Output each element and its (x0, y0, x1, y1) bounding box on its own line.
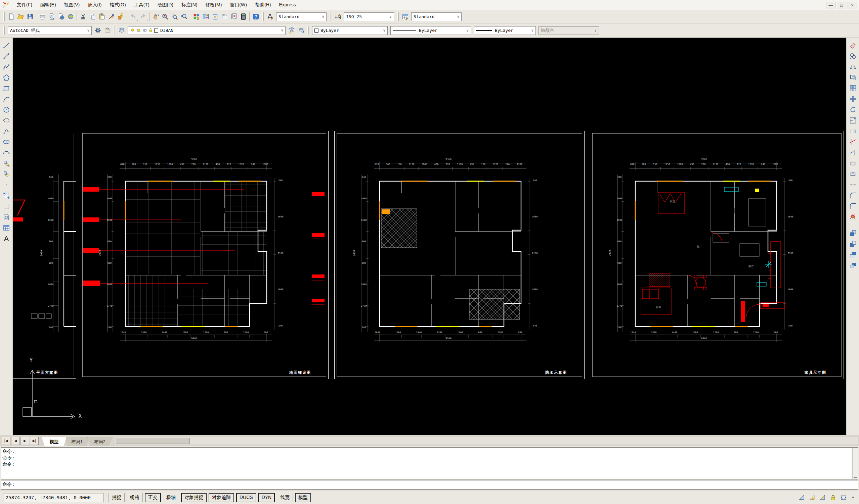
circle-button[interactable] (1, 105, 12, 115)
rectangle-button[interactable] (1, 83, 12, 93)
status-toggle[interactable]: 捕捉 (108, 493, 125, 502)
menu-item[interactable]: 文件(F) (13, 1, 35, 9)
layer-on-icon[interactable] (130, 28, 135, 33)
match-properties-button[interactable] (106, 12, 116, 21)
zoom-realtime-button[interactable] (160, 12, 170, 21)
layout-tab[interactable]: 布局2 (87, 437, 112, 446)
dim-style-combo[interactable]: ISO-25∨ (344, 12, 394, 21)
toolbar-grip[interactable] (397, 12, 399, 21)
annotation-visibility-icon[interactable] (808, 493, 817, 502)
mirror-button[interactable] (848, 62, 858, 72)
toolbar-grip[interactable] (330, 12, 331, 21)
tab-nav-button[interactable]: ◀ (11, 437, 20, 445)
revision-cloud-button[interactable] (1, 115, 12, 126)
annotation-autoscale-icon[interactable] (818, 493, 827, 502)
copy-button[interactable] (88, 12, 97, 21)
design-center-button[interactable] (201, 12, 210, 21)
menu-item[interactable]: 编辑(E) (37, 1, 59, 9)
menu-item[interactable]: 插入(I) (84, 1, 105, 9)
menu-item[interactable]: 格式(O) (106, 1, 129, 9)
paste-button[interactable] (97, 12, 106, 21)
erase-button[interactable] (848, 40, 858, 50)
offset-button[interactable] (848, 73, 858, 82)
plot-button[interactable] (37, 12, 47, 21)
redo-dropdown-icon[interactable]: ▾ (147, 19, 148, 23)
clean-screen-icon[interactable] (839, 493, 848, 502)
arc-button[interactable] (1, 94, 12, 104)
layer-vp-freeze-icon[interactable] (142, 28, 147, 33)
block-editor-button[interactable] (116, 12, 125, 21)
multiline-text-button[interactable] (1, 234, 12, 243)
break-at-point-button[interactable] (848, 158, 858, 169)
polyline-button[interactable] (1, 62, 12, 72)
command-input[interactable]: 命令: (1, 481, 858, 489)
open-file-button[interactable] (16, 12, 25, 21)
layer-unlock-icon[interactable] (148, 28, 153, 33)
text-style-icon[interactable] (266, 12, 275, 21)
region-button[interactable] (1, 212, 12, 222)
trim-button[interactable] (848, 137, 858, 147)
annotation-scale-icon[interactable] (798, 493, 806, 502)
extend-button[interactable] (848, 148, 858, 158)
dim-style-icon[interactable] (333, 12, 342, 21)
copy-object-button[interactable] (848, 51, 858, 61)
new-file-button[interactable] (6, 12, 16, 21)
tab-nav-button[interactable]: ▶| (30, 437, 39, 445)
status-toggle[interactable]: 栅格 (127, 493, 143, 502)
status-toggle[interactable]: 极轴 (163, 493, 179, 502)
tab-nav-button[interactable]: ▶ (20, 437, 29, 445)
app-icon[interactable] (2, 1, 10, 9)
table-style-combo[interactable]: Standard∨ (411, 12, 462, 21)
toolbar-grip[interactable] (307, 26, 309, 35)
zoom-previous-button[interactable] (179, 12, 189, 21)
my-workspace-button[interactable] (103, 26, 112, 35)
menu-item[interactable]: Express (275, 1, 299, 9)
workspace-combo[interactable]: AutoCAD 经典∨ (8, 26, 92, 35)
stretch-button[interactable] (848, 126, 858, 136)
status-toggle[interactable]: 模型 (295, 493, 311, 502)
make-block-button[interactable] (1, 169, 12, 179)
status-toggle[interactable]: 线宽 (277, 493, 293, 502)
linetype-combo[interactable]: ByLayer ∨ (390, 26, 471, 35)
chamfer-button[interactable] (848, 191, 858, 201)
menu-item[interactable]: 修改(M) (202, 1, 225, 9)
layer-combo[interactable]: DIBAN ∨ (128, 26, 286, 35)
drawing-canvas[interactable]: 2401060150060090016602770240 9000 平面方案图 … (13, 37, 846, 435)
minimize-button[interactable]: — (826, 2, 835, 9)
line-button[interactable] (1, 40, 12, 50)
fillet-button[interactable] (848, 201, 858, 211)
scrollbar-thumb[interactable] (854, 477, 857, 478)
horizontal-scrollbar[interactable] (115, 437, 858, 445)
bring-to-front-button[interactable] (848, 228, 858, 238)
menu-item[interactable]: 绘图(D) (154, 1, 177, 9)
scrollbar-thumb[interactable] (116, 438, 190, 444)
status-menu-chevron-icon[interactable]: ▾ (849, 493, 856, 502)
tool-palettes-button[interactable] (210, 12, 220, 21)
send-to-back-button[interactable] (848, 239, 858, 249)
scale-button[interactable] (848, 115, 858, 126)
menu-item[interactable]: 工具(T) (131, 1, 153, 9)
zoom-window-button[interactable] (170, 12, 179, 21)
layout-tab[interactable]: 模型 (42, 437, 66, 446)
toolbar-grip[interactable] (3, 12, 5, 21)
status-toggle[interactable]: DUCS (236, 493, 256, 502)
layer-freeze-icon[interactable] (136, 28, 141, 33)
ellipse-button[interactable] (1, 137, 12, 147)
close-button[interactable]: × (847, 2, 857, 9)
toolbar-grip[interactable] (114, 26, 115, 35)
table-button[interactable] (1, 223, 12, 233)
publish-button[interactable] (57, 12, 66, 21)
markup-set-manager-button[interactable] (229, 12, 239, 21)
insert-block-button[interactable] (1, 158, 12, 169)
layer-previous-button[interactable] (287, 26, 296, 35)
layer-states-button[interactable] (296, 26, 306, 35)
redo-button[interactable] (138, 12, 148, 21)
break-button[interactable] (848, 169, 858, 179)
quick-calc-button[interactable] (239, 12, 248, 21)
toolbar-lock-icon[interactable] (829, 493, 838, 502)
cut-button[interactable] (78, 12, 88, 21)
table-style-icon[interactable] (401, 12, 410, 21)
pan-button[interactable] (151, 12, 160, 21)
join-button[interactable] (848, 180, 858, 190)
status-toggle[interactable]: 对象捕捉 (181, 493, 207, 502)
